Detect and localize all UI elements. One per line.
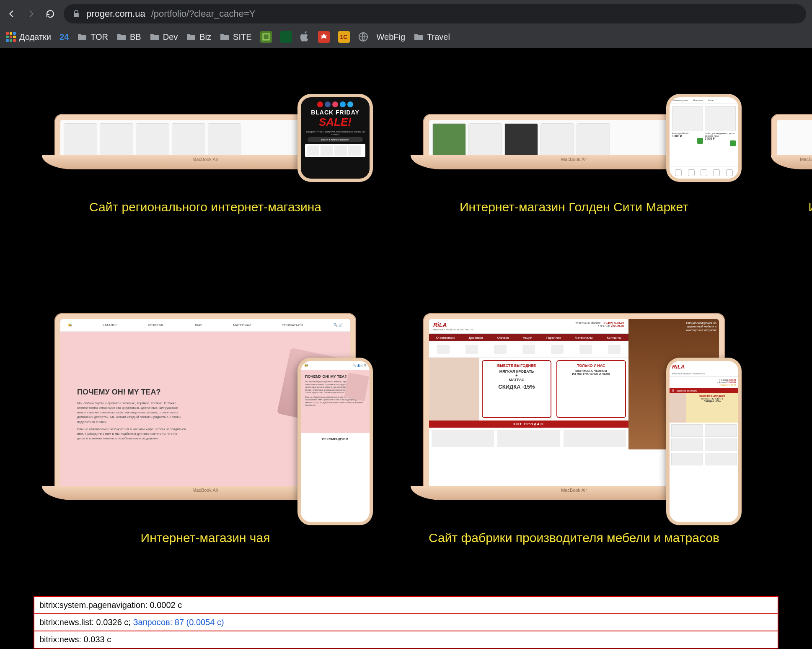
- bitrix-debug-panel: bitrix:system.pagenavigation: 0.0002 с b…: [34, 596, 778, 649]
- phone-screen: BLACK FRIDAY SALE! Войдите, чтобы получи…: [301, 97, 370, 179]
- globe-icon: [358, 32, 368, 42]
- login-button: Войти в личный кабинет: [308, 137, 363, 142]
- phone-mockup: RiLA ФАБРИКА МЕБЕЛИ И МАТРАСОВ г. Москва…: [666, 358, 742, 525]
- forward-button[interactable]: [25, 8, 37, 20]
- portfolio-caption: И: [808, 199, 812, 215]
- phone-mockup: BLACK FRIDAY SALE! Войдите, чтобы получи…: [297, 94, 373, 182]
- phone-screen: RiLA ФАБРИКА МЕБЕЛИ И МАТРАСОВ г. Москва…: [670, 361, 738, 522]
- deal-box: ТОЛЬКО У НАС МАТРАСЫ С ЧЕХЛОМ ИЗ НАТУРАЛ…: [556, 360, 626, 418]
- svg-rect-0: [263, 34, 269, 40]
- apps-label: Додатки: [19, 32, 51, 42]
- portfolio-item[interactable]: И: [771, 48, 812, 215]
- folder-icon: [186, 33, 196, 41]
- phone-mockup: 🐝🔍 👤 🛒 ☰ ПОЧЕМУ OH! MY TEA? Мы любим вку…: [297, 358, 373, 525]
- tile-icon: [260, 31, 272, 43]
- debug-row: bitrix:news.list: 0.0326 с; Запросов: 87…: [34, 613, 778, 631]
- portfolio-item[interactable]: Оплачиваемо сегодня BLACK FRIDAY SALE! В…: [34, 48, 377, 215]
- phone-tagline: ФАБРИКА МЕБЕЛИ И МАТРАСОВ: [670, 372, 738, 377]
- tab: Новинки: [690, 97, 706, 103]
- address-bar[interactable]: proger.com.ua/portfolio/?clear_cache=Y: [64, 4, 806, 23]
- url-host: proger.com.ua: [86, 8, 145, 19]
- bookmark-dev[interactable]: Dev: [150, 32, 178, 42]
- debug-label: bitrix:news:: [39, 635, 81, 644]
- debug-row: bitrix:system.pagenavigation: 0.0002 с: [34, 596, 778, 613]
- phone-logo: RiLA: [670, 361, 738, 372]
- login-hint: Войдите, чтобы получить персональные бон…: [303, 130, 367, 135]
- tile-icon: [318, 31, 330, 43]
- deal-box: ВМЕСТЕ ВЫГОДНЕЕ МЯГКАЯ КРОВАТЬ + МАТРАС …: [482, 360, 551, 418]
- bookmark-tile-3[interactable]: [318, 31, 330, 43]
- bookmarks-bar: Додатки 24 TOR BB Dev Biz SITE 1C WebFig…: [0, 28, 812, 48]
- portfolio-caption: Интернет-магазин Голден Сити Маркет: [460, 199, 688, 215]
- debug-label: bitrix:system.pagenavigation:: [39, 600, 147, 610]
- folder-icon: [150, 33, 160, 41]
- device-mockup: 🐝КАТАЛОГКОФЕПИНШАРМАТЕРИАЛСВЯЖАТЬСЯ🔍 🛒 П…: [34, 265, 377, 500]
- rila-tagline: ФАБРИКА МЕБЕЛИ И МАТРАСОВ: [433, 328, 473, 331]
- folder-icon: [220, 33, 230, 41]
- laptop-base: [771, 155, 812, 169]
- debug-value: 0.0326 с;: [96, 618, 131, 627]
- lock-icon: [72, 10, 80, 18]
- hero-text: Мы любим вкусы и ароматы: нежные, терпки…: [77, 401, 186, 424]
- portfolio-item[interactable]: Рекомендуем Новинки Хиты Кальциум 60 таб…: [402, 48, 746, 215]
- apps-grid-icon: [6, 32, 16, 42]
- laptop-mockup: [771, 114, 812, 156]
- rila-nav: О компанииДоставкаОплатаАкцииГарантияМат…: [429, 334, 628, 341]
- bookmark-apple[interactable]: [300, 31, 310, 42]
- bookmark-bb[interactable]: BB: [116, 32, 141, 42]
- bookmark-tile-2[interactable]: [280, 31, 292, 43]
- product-name: Набор для ежедневного ухода за кожей лиц…: [705, 132, 736, 137]
- portfolio-item[interactable]: RiLA ФАБРИКА МЕБЕЛИ И МАТРАСОВ Телефон в…: [402, 265, 746, 546]
- tab: Рекомендуем: [670, 97, 690, 103]
- hero-title: ПОЧЕМУ OH! MY TEA?: [77, 388, 186, 397]
- browser-toolbar: proger.com.ua/portfolio/?clear_cache=Y: [0, 0, 812, 28]
- tab: Хиты: [705, 97, 716, 103]
- sale-label: SALE!: [303, 116, 367, 129]
- folder-icon: [116, 33, 127, 41]
- device-mockup: Оплачиваемо сегодня BLACK FRIDAY SALE! В…: [34, 48, 377, 169]
- bookmark-biz[interactable]: Biz: [186, 32, 211, 42]
- folder-icon: [77, 33, 87, 41]
- browser-chrome: proger.com.ua/portfolio/?clear_cache=Y Д…: [0, 0, 812, 48]
- portfolio-row-2: 🐝КАТАЛОГКОФЕПИНШАРМАТЕРИАЛСВЯЖАТЬСЯ🔍 🛒 П…: [0, 265, 812, 546]
- portfolio-row-1: Оплачиваемо сегодня BLACK FRIDAY SALE! В…: [0, 48, 812, 215]
- product-price: 1 000 ₽: [672, 135, 703, 138]
- page-content: Оплачиваемо сегодня BLACK FRIDAY SALE! В…: [0, 48, 812, 649]
- tile-icon: 1C: [338, 31, 350, 43]
- bookmark-travel[interactable]: Travel: [414, 32, 450, 42]
- apple-icon: [300, 31, 310, 42]
- folder-icon: [414, 33, 424, 41]
- apps-button[interactable]: Додатки: [6, 32, 51, 42]
- portfolio-caption: Сайт регионального интернет-магазина: [89, 199, 321, 215]
- phone-screen: Рекомендуем Новинки Хиты Кальциум 60 таб…: [670, 97, 738, 179]
- portfolio-caption: Сайт фабрики производителя мебели и матр…: [429, 530, 719, 546]
- bookmark-tile-1[interactable]: [260, 31, 272, 43]
- bookmark-webfig[interactable]: WebFig: [377, 32, 406, 42]
- back-button[interactable]: [6, 8, 18, 20]
- debug-label: bitrix:news.list:: [39, 618, 94, 627]
- tile-icon: [280, 31, 292, 43]
- bookmark-tor[interactable]: TOR: [77, 32, 108, 42]
- portfolio-caption: Интернет-магазин чая: [141, 530, 270, 546]
- phone-screen: 🐝🔍 👤 🛒 ☰ ПОЧЕМУ OH! MY TEA? Мы любим вку…: [301, 361, 370, 522]
- hit-belt: ХИТ ПРОДАЖ: [429, 421, 628, 428]
- recommend-label: РЕКОМЕНДУЕМ: [301, 433, 370, 445]
- device-mockup: Рекомендуем Новинки Хиты Кальциум 60 таб…: [402, 48, 746, 169]
- bookmark-tile-4[interactable]: 1C: [338, 31, 350, 43]
- bookmark-globe[interactable]: [358, 32, 368, 42]
- hero-person: [429, 358, 479, 421]
- bookmark-site[interactable]: SITE: [220, 32, 251, 42]
- debug-value: 0.0002 с: [150, 600, 182, 610]
- debug-value: 0.033 с: [84, 635, 111, 644]
- rila-logo: RiLA: [433, 322, 447, 328]
- phone-mockup: Рекомендуем Новинки Хиты Кальциум 60 таб…: [666, 94, 742, 182]
- url-path: /portfolio/?clear_cache=Y: [151, 8, 256, 19]
- portfolio-item[interactable]: 🐝КАТАЛОГКОФЕПИНШАРМАТЕРИАЛСВЯЖАТЬСЯ🔍 🛒 П…: [34, 265, 377, 546]
- debug-row: bitrix:news: 0.033 с: [34, 631, 778, 649]
- product-price: 2 550 ₽: [705, 137, 736, 140]
- bookmark-24[interactable]: 24: [59, 32, 69, 42]
- reload-button[interactable]: [44, 8, 56, 20]
- debug-queries-link[interactable]: Запросов: 87 (0.0054 с): [133, 618, 224, 627]
- device-mockup: [771, 48, 812, 169]
- hero-text: Вам не обязательно разбираться в чае или…: [77, 427, 186, 441]
